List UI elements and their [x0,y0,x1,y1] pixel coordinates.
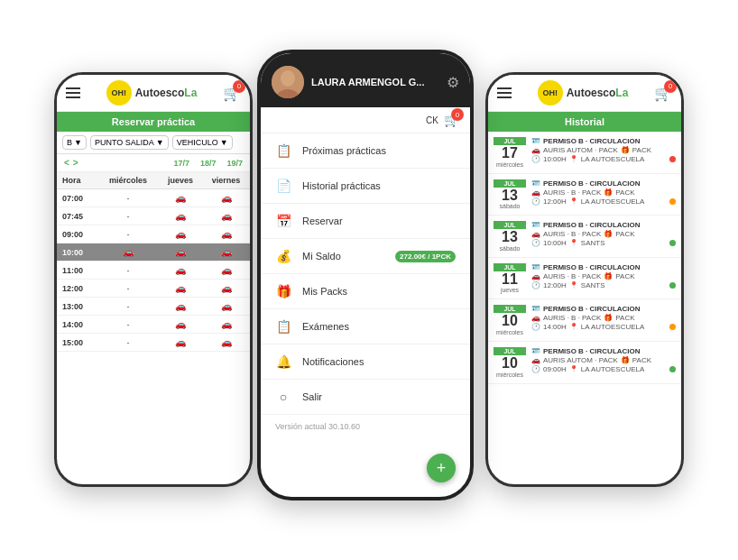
fab-button[interactable]: + [427,454,456,482]
date-month: JUL [494,347,526,355]
logo-text: AutoescoLa [135,87,198,99]
gear-icon[interactable]: ⚙ [447,74,459,91]
cart-icon[interactable]: 🛒 0 [223,85,241,102]
date-1: 17/7 [173,159,189,168]
permit-icon: 🪪 [531,179,540,188]
historial-details: 🪪 PERMISO B · CIRCULACION 🚗 AURIS AUTOM … [531,137,676,164]
slot-cell[interactable]: 🚗 [202,243,250,262]
prev-arrow[interactable]: < [64,158,69,168]
center-cart-icon[interactable]: 🛒 0 [444,113,459,127]
date-box: JUL 17 miércoles [494,137,526,168]
right-hamburger[interactable] [497,87,512,98]
status-dot [669,156,676,162]
date-month: JUL [494,263,526,271]
menu-item-reservar[interactable]: 📅Reservar [261,204,470,239]
slot-cell[interactable]: 🚗 [202,189,250,207]
table-row: 13:00-🚗🚗 [57,298,250,316]
next-arrow[interactable]: > [73,158,78,168]
time-cell: 07:45 [57,207,97,225]
slot-cell[interactable]: 🚗 [97,243,159,262]
date-box: JUL 13 sábado [494,221,526,252]
table-row: 12:00-🚗🚗 [57,280,250,298]
time-text: 10:00H [543,155,567,163]
slot-cell[interactable]: 🚗 [159,189,202,207]
car-icon-detail: 🚗 [531,314,540,322]
center-cart-label: CK [426,115,438,125]
slot-cell[interactable]: 🚗 [202,225,250,243]
historial-details: 🪪 PERMISO B · CIRCULACION 🚗 AURIS · B · … [531,263,676,290]
hamburger-icon[interactable] [66,87,80,98]
nav-arrows: < > [64,158,78,168]
left-topbar: OH! AutoescoLa 🛒 0 [57,75,250,112]
menu-item-historial[interactable]: 📄Historial prácticas [261,169,470,204]
table-row: 09:00-🚗🚗 [57,225,250,243]
menu-item-proximas[interactable]: 📋Próximas prácticas [261,133,470,169]
detail-line-1: 🪪 PERMISO B · CIRCULACION [531,263,676,271]
time-cell: 13:00 [57,298,97,316]
menu-item-saldo[interactable]: 💰Mi Saldo272.00€ / 1PCK [261,239,470,274]
detail-line2-text: AURIS · B · PACK [543,230,601,238]
menu-item-examenes[interactable]: 📋Exámenes [261,309,470,344]
pack-label: PACK [632,356,651,364]
historial-details: 🪪 PERMISO B · CIRCULACION 🚗 AURIS · B · … [531,179,676,207]
slot-cell[interactable]: 🚗 [202,207,250,225]
slot-cell[interactable]: 🚗 [159,280,202,298]
slot-cell[interactable]: 🚗 [159,207,202,225]
slot-cell[interactable]: 🚗 [202,298,250,316]
clock-icon: 🕐 [531,155,540,163]
slot-cell[interactable]: 🚗 [159,334,202,352]
car-icon-detail: 🚗 [531,356,540,364]
menu-item-icon-saldo: 💰 [275,249,291,263]
slot-cell[interactable]: 🚗 [202,262,250,280]
left-logo: OH! AutoescoLa [106,80,198,106]
slot-cell[interactable]: 🚗 [159,262,202,280]
status-dot [669,366,676,372]
col-thu: jueves [159,172,202,189]
slot-cell[interactable]: 🚗 [159,225,202,243]
slot-cell[interactable]: 🚗 [202,280,250,298]
slot-cell[interactable]: 🚗 [159,316,202,334]
menu-item-notificaciones[interactable]: 🔔Notificaciones [261,344,470,380]
location-text: LA AUTOESCUELA [581,323,645,331]
center-menu: 📋Próximas prácticas📄Historial prácticas📅… [261,133,470,415]
menu-item-packs[interactable]: 🎁Mis Packs [261,274,470,309]
filter-b[interactable]: B ▼ [62,135,87,150]
center-cart-row: CK 🛒 0 [261,107,470,133]
detail-line-3: 🕐 12:00H 📍 LA AUTOESCUELA [531,197,676,206]
detail-line-2: 🚗 AURIS · B · PACK 🎁 PACK [531,188,676,197]
slot-cell: - [97,280,159,298]
menu-item-label-saldo: Mi Saldo [302,251,384,262]
permit-icon: 🪪 [531,137,540,145]
historial-item: JUL 17 miércoles 🪪 PERMISO B · CIRCULACI… [488,132,681,174]
detail-line-1: 🪪 PERMISO B · CIRCULACION [531,179,676,188]
date-cols: 17/7 18/7 19/7 [173,159,243,168]
slot-cell[interactable]: 🚗 [159,298,202,316]
filter-punto[interactable]: PUNTO SALIDA ▼ [90,135,169,150]
right-title-bar: Historial [488,112,681,132]
historial-item: JUL 13 sábado 🪪 PERMISO B · CIRCULACION … [488,216,681,258]
date-weekday: jueves [494,287,526,293]
filter-vehiculo[interactable]: VEHICULO ▼ [172,135,233,150]
menu-item-salir[interactable]: ○Salir [261,380,470,415]
date-2: 18/7 [200,159,217,168]
center-profile-bar: LAURA ARMENGOL G... ⚙ [261,53,470,107]
right-cart-icon[interactable]: 🛒 0 [654,85,672,102]
time-text: 14:00H [543,323,567,331]
historial-item: JUL 11 jueves 🪪 PERMISO B · CIRCULACION … [488,258,681,300]
slot-cell[interactable]: 🚗 [159,243,202,262]
time-cell: 11:00 [57,262,97,280]
slot-cell[interactable]: 🚗 [202,334,250,352]
slot-cell[interactable]: 🚗 [202,316,250,334]
table-row: 14:00-🚗🚗 [57,316,250,334]
center-cart-badge: 0 [451,108,464,121]
right-phone: OH! AutoescoLa 🛒 0 Historial JUL 17 miér… [485,72,684,487]
detail-line-1: 🪪 PERMISO B · CIRCULACION [531,347,676,355]
location-icon: 📍 [569,155,578,163]
col-hora: Hora [57,172,97,189]
time-text: 09:00H [543,365,567,373]
table-row: 11:00-🚗🚗 [57,262,250,280]
pack-label: PACK [615,272,634,280]
date-3: 19/7 [226,159,243,168]
pack-icon: 🎁 [621,146,630,154]
date-day: 11 [494,271,526,288]
